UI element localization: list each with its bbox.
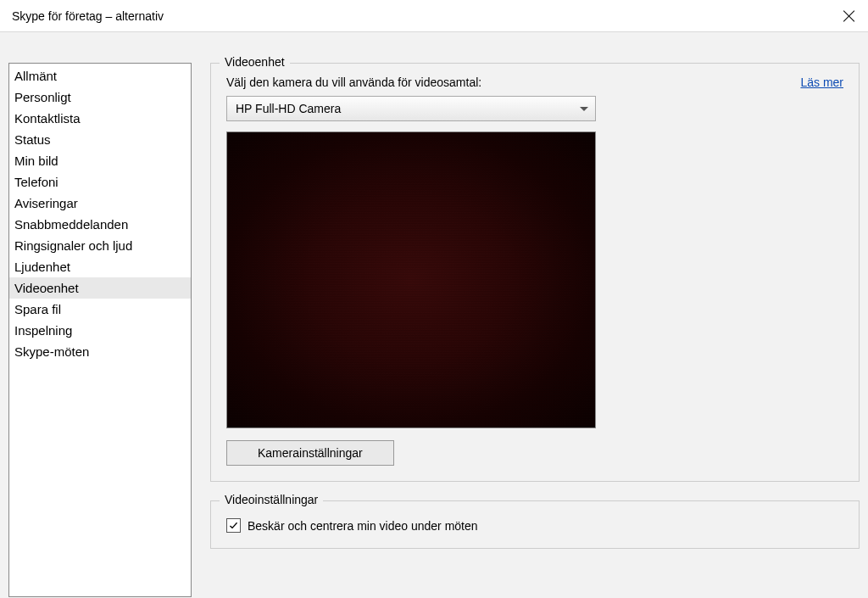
- titlebar: Skype för företag – alternativ: [0, 0, 868, 32]
- video-device-group: Videoenhet Välj den kamera du vill använ…: [210, 63, 860, 482]
- sidebar-item-personligt[interactable]: Personligt: [9, 87, 191, 108]
- crop-center-checkbox[interactable]: [226, 518, 241, 533]
- sidebar-item-status[interactable]: Status: [9, 129, 191, 150]
- sidebar-item-spara-fil[interactable]: Spara fil: [9, 299, 191, 320]
- video-settings-legend: Videoinställningar: [220, 493, 323, 506]
- sidebar-item-ringsignaler[interactable]: Ringsignaler och ljud: [9, 235, 191, 256]
- camera-instruction-label: Välj den kamera du vill använda för vide…: [226, 75, 481, 89]
- main-panel: Videoenhet Välj den kamera du vill använ…: [210, 63, 860, 590]
- chevron-down-icon: [580, 107, 588, 111]
- camera-preview: [226, 131, 596, 428]
- close-icon[interactable]: [843, 9, 856, 23]
- camera-select-value: HP Full-HD Camera: [236, 102, 341, 115]
- camera-select[interactable]: HP Full-HD Camera: [226, 96, 596, 121]
- sidebar-item-skype-moten[interactable]: Skype-möten: [9, 341, 191, 362]
- learn-more-link[interactable]: Läs mer: [800, 75, 843, 89]
- camera-settings-button[interactable]: Kamerainställningar: [226, 440, 394, 466]
- sidebar: Allmänt Personligt Kontaktlista Status M…: [8, 63, 192, 597]
- sidebar-item-aviseringar[interactable]: Aviseringar: [9, 193, 191, 214]
- sidebar-item-ljudenhet[interactable]: Ljudenhet: [9, 256, 191, 277]
- sidebar-item-videoenhet[interactable]: Videoenhet: [9, 277, 191, 299]
- sidebar-item-kontaktlista[interactable]: Kontaktlista: [9, 108, 191, 129]
- crop-center-label: Beskär och centrera min video under möte…: [248, 519, 478, 533]
- sidebar-item-allmant[interactable]: Allmänt: [9, 65, 191, 87]
- sidebar-item-snabbmeddelanden[interactable]: Snabbmeddelanden: [9, 214, 191, 235]
- content-area: Allmänt Personligt Kontaktlista Status M…: [0, 32, 868, 598]
- sidebar-item-inspelning[interactable]: Inspelning: [9, 320, 191, 341]
- check-icon: [228, 520, 239, 531]
- window-title: Skype för företag – alternativ: [12, 9, 164, 23]
- video-device-legend: Videoenhet: [220, 55, 290, 69]
- sidebar-item-min-bild[interactable]: Min bild: [9, 150, 191, 171]
- video-settings-group: Videoinställningar Beskär och centrera m…: [210, 500, 860, 549]
- sidebar-item-telefoni[interactable]: Telefoni: [9, 171, 191, 193]
